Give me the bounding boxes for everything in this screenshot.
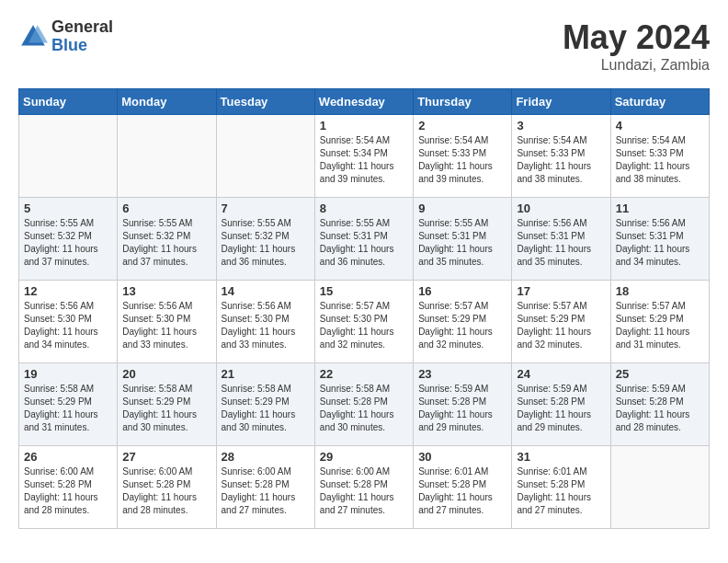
day-info: Sunrise: 6:00 AM Sunset: 5:28 PM Dayligh… [222, 465, 310, 517]
day-number: 10 [517, 201, 605, 215]
calendar-cell: 30Sunrise: 6:01 AM Sunset: 5:28 PM Dayli… [414, 446, 512, 529]
day-number: 30 [418, 450, 506, 464]
calendar-cell: 5Sunrise: 5:55 AM Sunset: 5:32 PM Daylig… [19, 198, 118, 281]
day-number: 23 [418, 367, 506, 381]
calendar-cell [118, 115, 216, 198]
day-number: 20 [122, 367, 210, 381]
day-info: Sunrise: 5:55 AM Sunset: 5:32 PM Dayligh… [222, 217, 310, 269]
week-row-5: 26Sunrise: 6:00 AM Sunset: 5:28 PM Dayli… [19, 446, 710, 529]
calendar-cell [610, 446, 709, 529]
day-header-friday: Friday [512, 89, 610, 115]
day-number: 19 [24, 367, 112, 381]
week-row-1: 1Sunrise: 5:54 AM Sunset: 5:34 PM Daylig… [19, 115, 710, 198]
day-number: 11 [616, 201, 704, 215]
day-number: 8 [320, 201, 408, 215]
day-info: Sunrise: 6:00 AM Sunset: 5:28 PM Dayligh… [24, 465, 112, 517]
calendar-cell: 17Sunrise: 5:57 AM Sunset: 5:29 PM Dayli… [512, 281, 610, 363]
month-year-title: May 2024 [563, 18, 710, 57]
calendar-cell [19, 115, 118, 198]
day-number: 3 [517, 119, 605, 132]
day-info: Sunrise: 5:55 AM Sunset: 5:31 PM Dayligh… [418, 217, 506, 269]
day-info: Sunrise: 5:56 AM Sunset: 5:31 PM Dayligh… [517, 217, 605, 269]
logo-general: General [51, 18, 113, 37]
day-info: Sunrise: 5:57 AM Sunset: 5:29 PM Dayligh… [517, 300, 605, 351]
week-row-2: 5Sunrise: 5:55 AM Sunset: 5:32 PM Daylig… [19, 198, 710, 281]
location-label: Lundazi, Zambia [563, 57, 710, 74]
day-info: Sunrise: 5:57 AM Sunset: 5:29 PM Dayligh… [616, 300, 704, 351]
day-number: 18 [616, 284, 704, 298]
calendar-cell: 20Sunrise: 5:58 AM Sunset: 5:29 PM Dayli… [118, 363, 216, 446]
calendar-cell: 19Sunrise: 5:58 AM Sunset: 5:29 PM Dayli… [19, 363, 118, 446]
week-row-4: 19Sunrise: 5:58 AM Sunset: 5:29 PM Dayli… [19, 363, 710, 446]
day-number: 17 [517, 284, 605, 298]
calendar-cell: 16Sunrise: 5:57 AM Sunset: 5:29 PM Dayli… [414, 281, 512, 363]
week-row-3: 12Sunrise: 5:56 AM Sunset: 5:30 PM Dayli… [19, 281, 710, 363]
day-info: Sunrise: 5:59 AM Sunset: 5:28 PM Dayligh… [517, 383, 605, 434]
day-info: Sunrise: 5:56 AM Sunset: 5:31 PM Dayligh… [616, 217, 704, 269]
calendar-cell: 27Sunrise: 6:00 AM Sunset: 5:28 PM Dayli… [118, 446, 216, 529]
day-info: Sunrise: 5:58 AM Sunset: 5:29 PM Dayligh… [222, 383, 310, 434]
calendar-cell: 28Sunrise: 6:00 AM Sunset: 5:28 PM Dayli… [216, 446, 314, 529]
day-number: 2 [418, 119, 506, 132]
page-header: General Blue May 2024 Lundazi, Zambia [18, 18, 710, 74]
day-number: 28 [222, 450, 310, 464]
calendar-cell: 29Sunrise: 6:00 AM Sunset: 5:28 PM Dayli… [314, 446, 413, 529]
day-info: Sunrise: 6:01 AM Sunset: 5:28 PM Dayligh… [517, 465, 605, 517]
day-info: Sunrise: 5:56 AM Sunset: 5:30 PM Dayligh… [122, 300, 210, 351]
day-number: 31 [517, 450, 605, 464]
day-number: 7 [222, 201, 310, 215]
calendar-cell: 1Sunrise: 5:54 AM Sunset: 5:34 PM Daylig… [314, 115, 413, 198]
day-info: Sunrise: 5:54 AM Sunset: 5:34 PM Dayligh… [320, 134, 408, 186]
day-number: 5 [24, 201, 112, 215]
day-number: 25 [616, 367, 704, 381]
day-info: Sunrise: 5:57 AM Sunset: 5:29 PM Dayligh… [418, 300, 506, 351]
day-info: Sunrise: 5:58 AM Sunset: 5:29 PM Dayligh… [24, 383, 112, 434]
day-info: Sunrise: 5:55 AM Sunset: 5:32 PM Dayligh… [24, 217, 112, 269]
calendar-cell: 25Sunrise: 5:59 AM Sunset: 5:28 PM Dayli… [610, 363, 709, 446]
day-info: Sunrise: 6:01 AM Sunset: 5:28 PM Dayligh… [418, 465, 506, 517]
logo-text: General Blue [51, 18, 113, 55]
day-header-sunday: Sunday [19, 89, 118, 115]
day-number: 26 [24, 450, 112, 464]
day-header-tuesday: Tuesday [216, 89, 314, 115]
day-info: Sunrise: 5:56 AM Sunset: 5:30 PM Dayligh… [222, 300, 310, 351]
calendar-cell: 23Sunrise: 5:59 AM Sunset: 5:28 PM Dayli… [414, 363, 512, 446]
day-info: Sunrise: 6:00 AM Sunset: 5:28 PM Dayligh… [320, 465, 408, 517]
calendar-cell: 21Sunrise: 5:58 AM Sunset: 5:29 PM Dayli… [216, 363, 314, 446]
calendar-cell: 12Sunrise: 5:56 AM Sunset: 5:30 PM Dayli… [19, 281, 118, 363]
day-info: Sunrise: 5:54 AM Sunset: 5:33 PM Dayligh… [616, 134, 704, 186]
day-header-saturday: Saturday [610, 89, 709, 115]
calendar-cell [216, 115, 314, 198]
calendar-cell: 22Sunrise: 5:58 AM Sunset: 5:28 PM Dayli… [314, 363, 413, 446]
calendar-cell: 3Sunrise: 5:54 AM Sunset: 5:33 PM Daylig… [512, 115, 610, 198]
calendar-cell: 24Sunrise: 5:59 AM Sunset: 5:28 PM Dayli… [512, 363, 610, 446]
calendar-cell: 18Sunrise: 5:57 AM Sunset: 5:29 PM Dayli… [610, 281, 709, 363]
day-number: 24 [517, 367, 605, 381]
calendar-cell: 11Sunrise: 5:56 AM Sunset: 5:31 PM Dayli… [610, 198, 709, 281]
day-number: 15 [320, 284, 408, 298]
logo-blue: Blue [51, 37, 113, 55]
day-info: Sunrise: 5:57 AM Sunset: 5:30 PM Dayligh… [320, 300, 408, 351]
logo: General Blue [18, 18, 113, 55]
calendar-cell: 14Sunrise: 5:56 AM Sunset: 5:30 PM Dayli… [216, 281, 314, 363]
day-header-thursday: Thursday [414, 89, 512, 115]
day-info: Sunrise: 5:58 AM Sunset: 5:28 PM Dayligh… [320, 383, 408, 434]
day-info: Sunrise: 5:59 AM Sunset: 5:28 PM Dayligh… [418, 383, 506, 434]
day-number: 21 [222, 367, 310, 381]
day-info: Sunrise: 5:59 AM Sunset: 5:28 PM Dayligh… [616, 383, 704, 434]
calendar-cell: 7Sunrise: 5:55 AM Sunset: 5:32 PM Daylig… [216, 198, 314, 281]
day-number: 1 [320, 119, 408, 132]
day-number: 4 [616, 119, 704, 132]
logo-icon [18, 22, 48, 52]
day-info: Sunrise: 5:55 AM Sunset: 5:31 PM Dayligh… [320, 217, 408, 269]
calendar-table: SundayMondayTuesdayWednesdayThursdayFrid… [18, 88, 710, 529]
calendar-cell: 8Sunrise: 5:55 AM Sunset: 5:31 PM Daylig… [314, 198, 413, 281]
day-info: Sunrise: 5:54 AM Sunset: 5:33 PM Dayligh… [418, 134, 506, 186]
day-header-monday: Monday [118, 89, 216, 115]
day-header-wednesday: Wednesday [314, 89, 413, 115]
day-number: 14 [222, 284, 310, 298]
days-header-row: SundayMondayTuesdayWednesdayThursdayFrid… [19, 89, 710, 115]
day-number: 29 [320, 450, 408, 464]
calendar-cell: 15Sunrise: 5:57 AM Sunset: 5:30 PM Dayli… [314, 281, 413, 363]
day-number: 27 [122, 450, 210, 464]
